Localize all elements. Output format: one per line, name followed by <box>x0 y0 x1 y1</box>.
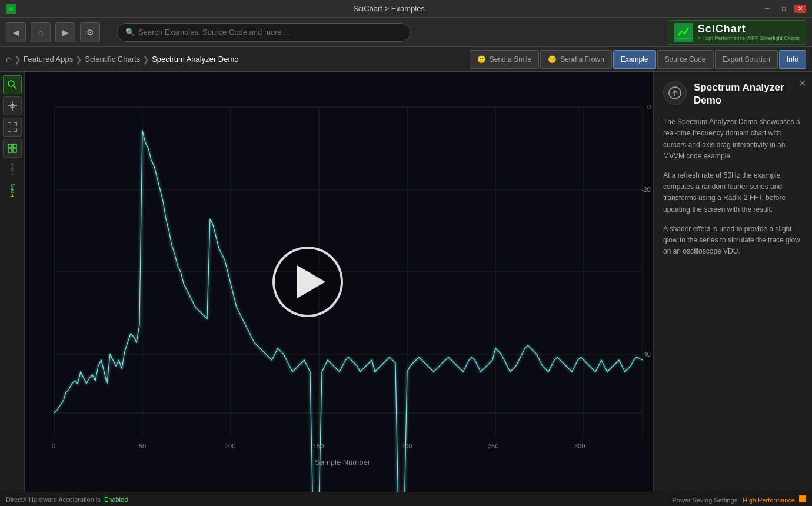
left-toolbar: Time Freq <box>0 72 25 492</box>
grid-button[interactable] <box>3 139 22 158</box>
window-controls: ─ □ ✕ <box>761 5 806 13</box>
breadcrumb-featured-apps[interactable]: Featured Apps <box>24 55 74 64</box>
info-body: The Spectrum Analyzer Demo showcases a r… <box>663 116 803 257</box>
time-label[interactable]: Time <box>9 160 15 179</box>
breadcrumb-scientific-charts[interactable]: Scientific Charts <box>85 55 140 64</box>
svg-text:-40: -40 <box>641 351 651 358</box>
power-icon <box>799 495 806 502</box>
info-desc-3: A shader effect is used to provide a sli… <box>663 224 803 258</box>
info-desc-2: At a refresh rate of 50Hz the example co… <box>663 170 803 215</box>
magnify-button[interactable] <box>3 75 22 94</box>
app-icon: ▤ <box>6 4 16 14</box>
power-status: High Performance <box>743 497 795 504</box>
svg-text:250: 250 <box>488 442 498 450</box>
svg-rect-9 <box>13 149 16 152</box>
breadcrumb-current: Spectrum Analyzer Demo <box>152 55 238 64</box>
source-code-tab[interactable]: Source Code <box>657 50 714 69</box>
status-right: Power Saving Settings: High Performance <box>672 495 806 504</box>
info-title: Spectrum Analyzer Demo <box>694 81 803 107</box>
zoom-button[interactable] <box>3 118 22 137</box>
svg-text:0: 0 <box>52 442 55 450</box>
statusbar: DirectX Hardware Acceleration is Enabled… <box>0 492 812 506</box>
play-icon <box>297 265 325 298</box>
acceleration-status: Enabled <box>104 496 128 503</box>
svg-rect-6 <box>8 144 12 148</box>
svg-text:200: 200 <box>401 442 412 450</box>
close-button[interactable]: ✕ <box>794 5 806 13</box>
svg-text:150: 150 <box>313 442 324 450</box>
send-frown-button[interactable]: 🙁 Send a Frown <box>540 50 612 69</box>
home-button[interactable]: ⌂ <box>31 22 51 42</box>
svg-line-2 <box>14 86 16 89</box>
svg-text:Sample Number: Sample Number <box>315 458 371 467</box>
logo-text: SciChart <box>698 23 800 35</box>
frown-icon: 🙁 <box>548 55 557 64</box>
search-bar[interactable]: 🔍 <box>117 23 411 42</box>
smile-icon: 🙂 <box>477 55 486 64</box>
maximize-button[interactable]: □ <box>778 5 790 13</box>
main-toolbar: ◀ ⌂ ▶ ⚙ 🔍 SciChart > High Performance WP… <box>0 18 812 47</box>
crosshair-button[interactable] <box>3 96 22 115</box>
logo-icon <box>674 23 693 42</box>
info-close-button[interactable]: ✕ <box>798 78 806 89</box>
settings-button[interactable]: ⚙ <box>80 22 100 42</box>
status-left: DirectX Hardware Acceleration is Enabled <box>6 496 128 503</box>
svg-text:300: 300 <box>574 442 585 450</box>
search-icon: 🔍 <box>125 28 135 36</box>
breadcrumb-bar: ⌂ ❯ Featured Apps ❯ Scientific Charts ❯ … <box>0 47 812 72</box>
minimize-button[interactable]: ─ <box>761 5 773 13</box>
freq-label[interactable]: Freq <box>9 181 15 199</box>
svg-text:100: 100 <box>225 442 235 450</box>
search-input[interactable] <box>138 28 402 36</box>
toolbar-actions: 🙂 Send a Smile 🙁 Send a Frown Example So… <box>470 50 806 69</box>
example-tab[interactable]: Example <box>613 50 656 69</box>
svg-point-1 <box>8 81 14 86</box>
svg-text:50: 50 <box>139 442 146 450</box>
export-solution-tab[interactable]: Export Solution <box>715 50 778 69</box>
logo-subtitle: > High Performance WPF Silverlight Chart… <box>698 35 800 41</box>
main-content: Time Freq <box>0 72 812 492</box>
forward-button[interactable]: ▶ <box>55 22 75 42</box>
info-panel: ✕ Spectrum Analyzer Demo The Spectrum An… <box>653 72 812 492</box>
svg-rect-8 <box>8 149 12 152</box>
info-tab[interactable]: Info <box>779 50 806 69</box>
info-header: Spectrum Analyzer Demo <box>663 81 803 107</box>
info-desc-1: The Spectrum Analyzer Demo showcases a r… <box>663 116 803 162</box>
svg-text:0: 0 <box>647 104 651 111</box>
play-button[interactable] <box>272 247 343 317</box>
titlebar: ▤ SciChart > Examples ─ □ ✕ <box>0 0 812 18</box>
info-icon <box>663 81 687 105</box>
breadcrumb-home[interactable]: ⌂ <box>6 54 12 65</box>
window-title: SciChart > Examples <box>16 4 761 13</box>
scichart-logo: SciChart > High Performance WPF Silverli… <box>668 20 806 45</box>
send-smile-button[interactable]: 🙂 Send a Smile <box>470 50 539 69</box>
svg-rect-7 <box>13 144 16 148</box>
back-button[interactable]: ◀ <box>6 22 26 42</box>
svg-text:-20: -20 <box>641 186 651 193</box>
chart-container: 0 -20 -40 0 50 100 150 200 250 300 Sampl… <box>25 72 653 492</box>
